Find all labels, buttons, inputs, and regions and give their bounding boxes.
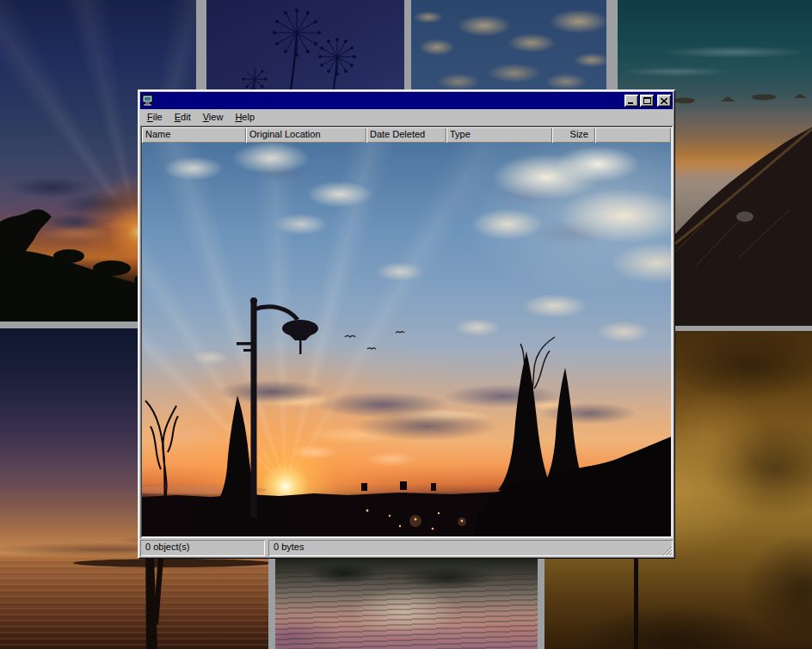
maximize-icon bbox=[643, 97, 651, 104]
computer-icon[interactable] bbox=[142, 95, 156, 107]
minimize-icon bbox=[628, 98, 635, 104]
column-header-filler bbox=[595, 127, 671, 143]
minimize-button[interactable] bbox=[624, 95, 638, 107]
status-object-count: 0 object(s) bbox=[140, 540, 265, 556]
menu-file[interactable]: File bbox=[141, 110, 169, 125]
silhouettes bbox=[142, 143, 671, 536]
close-icon bbox=[661, 98, 667, 104]
column-header-type[interactable]: Type bbox=[446, 127, 552, 143]
desktop: File Edit View Help Name Original Locati… bbox=[0, 0, 812, 649]
close-button[interactable] bbox=[657, 95, 671, 107]
column-header-name[interactable]: Name bbox=[142, 127, 246, 143]
titlebar[interactable] bbox=[140, 92, 673, 109]
menu-view[interactable]: View bbox=[197, 110, 230, 125]
menu-help[interactable]: Help bbox=[229, 110, 261, 125]
column-header-original-location[interactable]: Original Location bbox=[246, 127, 366, 143]
menubar: File Edit View Help bbox=[140, 109, 673, 126]
column-header-date-deleted[interactable]: Date Deleted bbox=[366, 127, 446, 143]
column-headers: Name Original Location Date Deleted Type… bbox=[142, 127, 671, 143]
status-size: 0 bytes bbox=[268, 540, 673, 556]
column-header-size[interactable]: Size bbox=[552, 127, 595, 143]
recycle-bin-window: File Edit View Help Name Original Locati… bbox=[138, 89, 675, 559]
list-view: Name Original Location Date Deleted Type… bbox=[140, 126, 673, 538]
content-photo-sunset-streetlamp[interactable] bbox=[142, 143, 671, 536]
resize-grip[interactable] bbox=[661, 544, 672, 555]
statusbar: 0 object(s) 0 bytes bbox=[140, 540, 673, 556]
maximize-button[interactable] bbox=[640, 95, 654, 107]
menu-edit[interactable]: Edit bbox=[169, 110, 197, 125]
